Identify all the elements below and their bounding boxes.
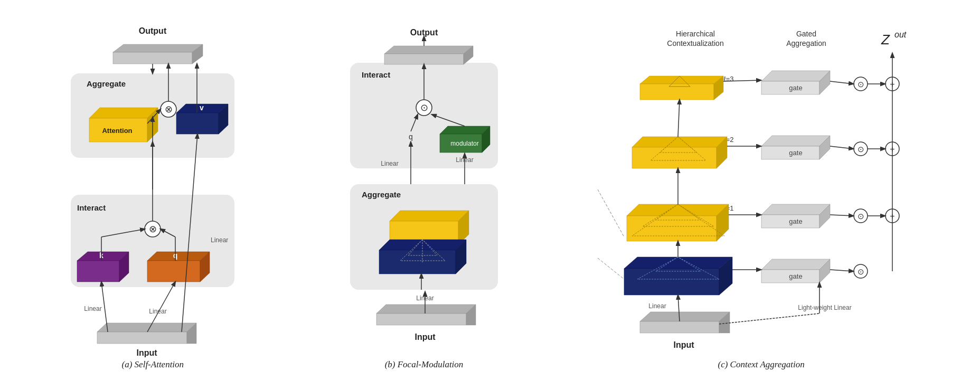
svg-text:modulator: modulator [450, 140, 478, 147]
svg-text:Gated: Gated [796, 30, 816, 38]
svg-marker-71 [390, 211, 469, 221]
svg-rect-4 [113, 52, 192, 64]
svg-rect-151 [624, 269, 719, 295]
svg-text:⊗: ⊗ [149, 224, 157, 234]
svg-text:Linear: Linear [84, 305, 102, 312]
svg-text:Z: Z [881, 32, 890, 47]
svg-rect-54 [384, 54, 464, 64]
svg-rect-133 [627, 216, 717, 241]
svg-text:ℓ=3: ℓ=3 [723, 75, 733, 83]
svg-text:gate: gate [789, 272, 802, 280]
svg-text:Aggregate: Aggregate [362, 190, 401, 199]
svg-text:⊙: ⊙ [857, 145, 864, 154]
svg-text:⊙: ⊙ [857, 212, 864, 221]
svg-text:⊙: ⊙ [857, 267, 864, 276]
svg-text:⊗: ⊗ [165, 104, 173, 115]
svg-marker-138 [761, 204, 830, 215]
svg-rect-115 [632, 147, 717, 168]
caption-b-text: (b) Focal-Modulation [385, 359, 464, 369]
svg-rect-167 [640, 321, 719, 333]
svg-text:Input: Input [673, 340, 694, 349]
svg-marker-62 [440, 126, 490, 134]
svg-text:Input: Input [137, 348, 158, 357]
svg-marker-29 [147, 252, 210, 261]
svg-rect-26 [77, 261, 119, 282]
svg-marker-102 [761, 71, 830, 81]
svg-line-146 [830, 215, 853, 216]
svg-text:Input: Input [414, 332, 436, 341]
svg-rect-84 [376, 313, 466, 325]
svg-text:gate: gate [789, 149, 802, 157]
svg-line-127 [830, 146, 853, 149]
panel-self-attention: Output Aggregate Attention v ⊗ [55, 21, 250, 370]
svg-line-176 [598, 258, 624, 279]
svg-text:Aggregate: Aggregate [87, 79, 126, 88]
svg-text:gate: gate [789, 217, 802, 225]
context-aggregation-svg: Hierarchical Contextualization Gated Agg… [598, 21, 925, 358]
svg-marker-166 [640, 312, 730, 321]
svg-text:Linear: Linear [381, 160, 398, 167]
caption-a-text: (a) Self-Attention [122, 359, 184, 369]
svg-marker-119 [761, 136, 830, 146]
svg-line-173 [719, 313, 819, 324]
svg-marker-8 [89, 108, 158, 118]
main-container: Output Aggregate Attention v ⊗ [0, 0, 980, 390]
svg-line-110 [830, 81, 853, 84]
svg-line-130 [678, 100, 680, 137]
svg-text:Linear: Linear [648, 302, 666, 310]
svg-text:Hierarchical: Hierarchical [676, 30, 715, 38]
svg-text:q: q [409, 132, 413, 141]
svg-text:Attention: Attention [102, 127, 133, 135]
svg-text:Aggregation: Aggregation [786, 39, 826, 47]
caption-b: (b) Focal-Modulation [385, 359, 464, 370]
svg-text:Interact: Interact [77, 203, 106, 212]
caption-a: (a) Self-Attention [122, 359, 184, 370]
svg-text:out: out [894, 30, 907, 39]
svg-text:Interact: Interact [362, 70, 390, 79]
svg-text:Linear: Linear [211, 236, 228, 244]
svg-marker-3 [113, 44, 203, 52]
self-attention-svg: Output Aggregate Attention v ⊗ [55, 21, 250, 358]
svg-rect-30 [147, 261, 200, 282]
svg-marker-150 [624, 257, 732, 269]
svg-rect-39 [97, 332, 187, 344]
svg-line-175 [598, 189, 624, 237]
svg-marker-83 [376, 305, 476, 313]
svg-rect-75 [379, 250, 456, 274]
svg-marker-98 [640, 76, 723, 84]
svg-rect-13 [176, 113, 219, 134]
svg-text:Linear: Linear [149, 308, 167, 315]
svg-text:Output: Output [410, 28, 438, 37]
svg-text:Output: Output [139, 26, 167, 35]
svg-text:Contextualization: Contextualization [667, 39, 723, 47]
svg-text:Light-weight Linear: Light-weight Linear [798, 304, 851, 311]
caption-c-text: (c) Context Aggregation [718, 359, 804, 369]
svg-marker-132 [627, 204, 729, 216]
focal-modulation-svg: Output ⊙ Interact q modulator [340, 21, 508, 358]
svg-text:v: v [200, 103, 204, 112]
svg-marker-53 [384, 46, 473, 54]
svg-text:⊙: ⊙ [857, 80, 864, 89]
svg-line-161 [830, 270, 853, 271]
panel-focal-modulation: Output ⊙ Interact q modulator [340, 21, 508, 370]
svg-text:gate: gate [789, 84, 802, 92]
svg-line-42 [101, 282, 108, 332]
svg-marker-155 [761, 259, 830, 270]
caption-c: (c) Context Aggregation [718, 359, 804, 370]
panel-context-aggregation: Hierarchical Contextualization Gated Agg… [598, 21, 925, 370]
svg-text:⊙: ⊙ [420, 102, 428, 113]
